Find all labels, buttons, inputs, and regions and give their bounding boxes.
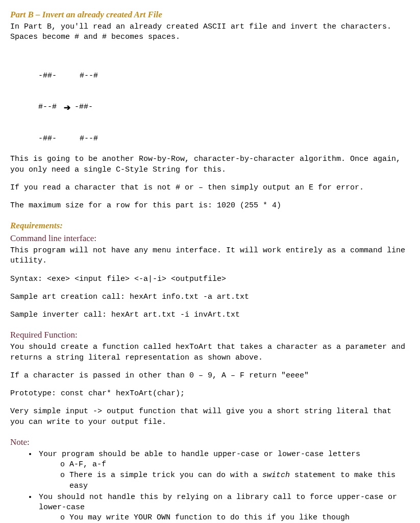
row-by-row-text: This is going to be another Row-by-Row, … [10,154,410,175]
note-handle-case: Your program should be able to handle up… [39,450,360,459]
list-item: Your program should be able to handle up… [37,449,410,491]
note-heading: Note: [10,437,410,448]
sample-art-call: Sample art creation call: hexArt info.tx… [10,292,410,302]
reqfunc-desc: You should create a function called hexT… [10,342,410,363]
list-item: You should not handle this by relying on… [37,492,410,523]
list-item: You may write YOUR OWN function to do th… [60,513,410,523]
ascii-art-block: -##- #--# #--#➔-##- -##- #--# [10,50,410,154]
reqfunc-eeee: If a character is passed in other than 0… [10,371,410,381]
art-l3-right: #--# [80,134,98,144]
note-af-range: A-F, a-f [69,460,106,469]
art-l2-left: #--# [38,102,57,112]
cli-desc: This program will not have any menu inte… [10,246,410,267]
art-l1-right: #--# [80,71,98,81]
note-switch-pre: There is a simple trick you can do with … [69,471,262,480]
cli-heading: Command line interface: [10,233,410,245]
list-item: There is a simple trick you can do with … [60,470,410,491]
part-b-heading: Part B – Invert an already created Art F… [10,9,410,21]
reqfunc-prototype: Prototype: const char* hexToArt(char); [10,389,410,399]
art-l3-left: -##- [38,134,57,144]
art-l1-left: -##- [38,71,57,81]
note-switch-keyword: switch [262,471,290,480]
note-own-function: You may write YOUR OWN function to do th… [69,513,350,522]
reqfunc-simple: Very simple input -> output function tha… [10,407,410,427]
arrow-icon: ➔ [57,102,75,113]
error-output-text: If you read a character that is not # or… [10,183,410,193]
cli-syntax: Syntax: <exe> <input file> <-a|-i> <outp… [10,274,410,284]
max-size-text: The maximum size for a row for this part… [10,201,410,211]
note-no-library: You should not handle this by relying on… [39,493,397,512]
requirements-heading: Requirements: [10,220,410,232]
part-b-intro: In Part B, you'll read an already create… [10,22,410,43]
required-function-heading: Required Function: [10,329,410,341]
art-l2-right: -##- [75,102,93,112]
list-item: A-F, a-f [60,460,410,470]
note-list: Your program should be able to handle up… [10,449,410,523]
sample-inverter-call: Sample inverter call: hexArt art.txt -i … [10,310,410,320]
